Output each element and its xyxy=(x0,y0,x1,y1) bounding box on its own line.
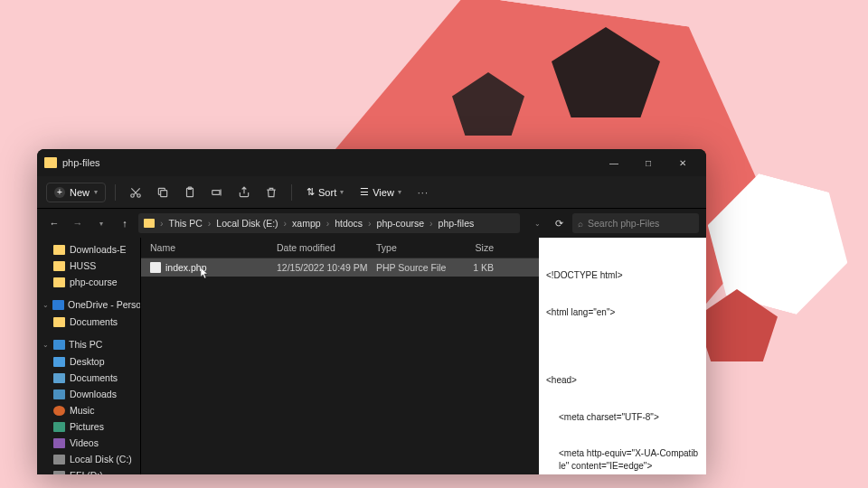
sidebar-item-efi-d[interactable]: EFI (D:) xyxy=(37,467,140,474)
file-list[interactable]: Name Date modified Type Size index.php 1… xyxy=(141,238,539,474)
chevron-down-icon: ▾ xyxy=(340,188,344,196)
sidebar-item-music[interactable]: Music xyxy=(37,402,140,418)
crumb-htdocs[interactable]: htdocs xyxy=(335,218,363,229)
rename-button[interactable] xyxy=(206,182,228,203)
file-size: 1 KB xyxy=(458,262,494,273)
pictures-icon xyxy=(53,422,65,432)
disk-icon xyxy=(53,471,65,475)
cut-button[interactable] xyxy=(125,182,146,203)
address-bar-row: ← → ▾ ↑ › This PC › Local Disk (E:) › xa… xyxy=(37,209,706,238)
code-line: <meta charset="UTF-8"> xyxy=(546,411,699,424)
file-explorer-window: php-files — □ ✕ + New ▾ ⇅ Sort ▾ ☰ View … xyxy=(37,149,706,474)
toolbar: + New ▾ ⇅ Sort ▾ ☰ View ▾ ··· xyxy=(37,176,706,209)
sidebar-item-documents[interactable]: Documents xyxy=(37,370,140,386)
sidebar-item-downloads-e[interactable]: Downloads-E xyxy=(37,241,140,258)
svg-rect-5 xyxy=(212,190,220,194)
paste-button[interactable] xyxy=(179,182,201,203)
downloads-icon xyxy=(53,389,65,399)
crumb-php-course[interactable]: php-course xyxy=(377,218,425,229)
sidebar-item-desktop[interactable]: Desktop xyxy=(37,353,140,370)
sidebar-item-documents-cloud[interactable]: Documents xyxy=(37,314,140,330)
code-line: <html lang="en"> xyxy=(546,306,699,319)
svg-point-1 xyxy=(137,193,141,197)
address-dropdown-button[interactable]: ⌄ xyxy=(527,213,547,233)
window-title: php-files xyxy=(62,157,598,168)
up-button[interactable]: ↑ xyxy=(115,213,135,233)
column-date[interactable]: Date modified xyxy=(277,242,376,253)
view-icon: ☰ xyxy=(360,186,369,198)
file-icon xyxy=(150,262,161,273)
svg-rect-2 xyxy=(161,190,167,196)
table-row[interactable]: index.php 12/15/2022 10:49 PM PHP Source… xyxy=(141,258,539,277)
sort-button[interactable]: ⇅ Sort ▾ xyxy=(301,183,349,202)
preview-pane: <!DOCTYPE html> <html lang="en"> <head> … xyxy=(539,238,706,474)
documents-icon xyxy=(53,373,65,383)
folder-icon xyxy=(144,219,155,228)
videos-icon xyxy=(53,438,65,448)
file-date: 12/15/2022 10:49 PM xyxy=(277,262,376,273)
minimize-button[interactable]: — xyxy=(598,152,630,174)
file-name: index.php xyxy=(165,262,277,273)
chevron-down-icon: ⌄ xyxy=(42,301,49,309)
svg-point-0 xyxy=(131,193,135,197)
crumb-xampp[interactable]: xampp xyxy=(292,218,321,229)
recent-button[interactable]: ▾ xyxy=(91,213,111,233)
disk-icon xyxy=(53,455,65,465)
pc-icon xyxy=(53,340,65,350)
music-icon xyxy=(53,406,65,416)
sidebar-item-php-course[interactable]: php-course xyxy=(37,274,140,290)
sidebar-item-huss[interactable]: HUSS xyxy=(37,258,140,274)
sidebar-group-this-pc[interactable]: ⌄This PC xyxy=(37,335,140,353)
folder-icon xyxy=(53,317,65,327)
plus-icon: + xyxy=(54,187,65,198)
folder-icon xyxy=(44,157,57,168)
search-icon: ⌕ xyxy=(578,219,583,229)
folder-icon xyxy=(53,245,65,255)
search-placeholder: Search php-Files xyxy=(588,218,659,229)
crumb-local-disk-e[interactable]: Local Disk (E:) xyxy=(216,218,278,229)
close-button[interactable]: ✕ xyxy=(666,152,699,174)
crumb-php-files[interactable]: php-files xyxy=(439,218,475,229)
chevron-down-icon: ⌄ xyxy=(42,341,50,349)
navigation-sidebar[interactable]: Downloads-E HUSS php-course ⌄OneDrive - … xyxy=(37,238,141,474)
delete-button[interactable] xyxy=(260,182,282,203)
folder-icon xyxy=(53,277,65,287)
copy-button[interactable] xyxy=(152,182,174,203)
code-line: <!DOCTYPE html> xyxy=(546,269,699,282)
sidebar-item-downloads[interactable]: Downloads xyxy=(37,386,140,402)
chevron-down-icon: ▾ xyxy=(94,188,98,196)
share-button[interactable] xyxy=(233,182,255,203)
refresh-button[interactable]: ⟳ xyxy=(549,213,569,233)
column-name[interactable]: Name xyxy=(150,242,277,253)
column-type[interactable]: Type xyxy=(376,242,458,253)
code-line: <head> xyxy=(546,374,699,387)
search-input[interactable]: ⌕ Search php-Files xyxy=(572,213,699,233)
new-button[interactable]: + New ▾ xyxy=(46,183,106,202)
sidebar-group-onedrive[interactable]: ⌄OneDrive - Perso xyxy=(37,296,140,314)
maximize-button[interactable]: □ xyxy=(632,152,665,174)
sidebar-item-local-disk-c[interactable]: Local Disk (C:) xyxy=(37,451,140,467)
sort-icon: ⇅ xyxy=(307,186,315,198)
code-line: <meta http-equiv="X-UA-Compatible" conte… xyxy=(546,447,699,472)
forward-button[interactable]: → xyxy=(68,213,88,233)
view-button[interactable]: ☰ View ▾ xyxy=(354,183,407,202)
column-headers[interactable]: Name Date modified Type Size xyxy=(141,238,539,258)
sidebar-item-pictures[interactable]: Pictures xyxy=(37,418,140,435)
titlebar[interactable]: php-files — □ ✕ xyxy=(37,149,706,176)
more-button[interactable]: ··· xyxy=(412,182,434,203)
cloud-icon xyxy=(52,300,64,310)
crumb-this-pc[interactable]: This PC xyxy=(169,218,203,229)
breadcrumb[interactable]: › This PC › Local Disk (E:) › xampp › ht… xyxy=(138,213,520,233)
back-button[interactable]: ← xyxy=(44,213,64,233)
new-label: New xyxy=(70,187,90,198)
chevron-down-icon: ▾ xyxy=(398,188,401,196)
folder-icon xyxy=(53,261,65,271)
sidebar-item-videos[interactable]: Videos xyxy=(37,435,140,451)
desktop-icon xyxy=(53,357,65,367)
column-size[interactable]: Size xyxy=(458,242,494,253)
file-type: PHP Source File xyxy=(376,262,458,273)
